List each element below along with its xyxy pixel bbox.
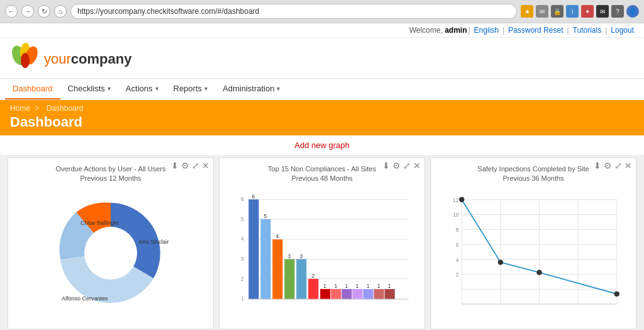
svg-point-66 bbox=[614, 292, 619, 297]
english-link[interactable]: English bbox=[474, 26, 499, 35]
line-expand-icon[interactable]: ⤢ bbox=[614, 161, 622, 171]
ext-icon-3[interactable]: 🔒 bbox=[551, 5, 564, 18]
sep1: | bbox=[468, 26, 470, 35]
home-button[interactable]: ⌂ bbox=[54, 5, 67, 18]
svg-rect-25 bbox=[296, 259, 306, 299]
nav-actions[interactable]: Actions ▾ bbox=[118, 79, 166, 100]
nav-checklists[interactable]: Checklists ▾ bbox=[60, 79, 118, 100]
svg-point-65 bbox=[537, 270, 542, 275]
svg-text:8: 8 bbox=[456, 227, 459, 233]
refresh-button[interactable]: ↻ bbox=[38, 5, 50, 18]
line-chart: 12 10 8 6 4 2 bbox=[431, 184, 636, 329]
ext-icon-2[interactable]: ✉ bbox=[536, 5, 548, 18]
sep3: | bbox=[567, 26, 569, 35]
svg-text:4: 4 bbox=[241, 236, 244, 242]
donut-toolbar: ⬇ ⚙ ⤢ ✕ bbox=[171, 161, 209, 171]
password-reset-link[interactable]: Password Reset bbox=[508, 26, 563, 35]
line-svg: 12 10 8 6 4 2 bbox=[441, 190, 626, 322]
address-bar[interactable]: https://yourcompany.checkitsoftware.com/… bbox=[70, 4, 517, 19]
svg-text:10: 10 bbox=[453, 212, 459, 218]
svg-text:3: 3 bbox=[241, 256, 244, 262]
charts-container: ⬇ ⚙ ⤢ ✕ Overdue Actions by User - All Us… bbox=[0, 155, 644, 330]
actions-arrow: ▾ bbox=[155, 85, 158, 92]
logo-company: company bbox=[71, 51, 132, 67]
nav-dashboard[interactable]: Dashboard bbox=[5, 79, 60, 100]
line-download-icon[interactable]: ⬇ bbox=[594, 161, 601, 171]
svg-text:5: 5 bbox=[264, 213, 267, 219]
svg-text:2: 2 bbox=[241, 275, 244, 282]
nav-administration[interactable]: Administration ▾ bbox=[215, 79, 287, 100]
add-graph-button[interactable]: Add new graph bbox=[294, 140, 349, 150]
line-settings-icon[interactable]: ⚙ bbox=[604, 161, 612, 171]
donut-expand-icon[interactable]: ⤢ bbox=[192, 161, 199, 171]
page-content: Welcome, admin | English | Password Rese… bbox=[0, 23, 644, 330]
forward-button[interactable]: → bbox=[21, 5, 34, 18]
line-toolbar: ⬇ ⚙ ⤢ ✕ bbox=[594, 161, 632, 171]
logo-area: yourcompany bbox=[0, 38, 644, 78]
svg-text:1: 1 bbox=[334, 283, 337, 289]
welcome-text: Welcome, bbox=[409, 26, 443, 35]
bar-close-icon[interactable]: ✕ bbox=[413, 161, 421, 171]
bar-settings-icon[interactable]: ⚙ bbox=[392, 161, 401, 171]
tutorials-link[interactable]: Tutorials bbox=[573, 26, 602, 35]
add-graph-bar: Add new graph bbox=[0, 135, 644, 155]
svg-text:6: 6 bbox=[456, 242, 459, 248]
svg-text:6: 6 bbox=[241, 196, 244, 202]
bar-chart-panel: ⬇ ⚙ ⤢ ✕ Top 15 Non Compliances - All Sit… bbox=[219, 157, 425, 329]
svg-text:1: 1 bbox=[241, 295, 244, 302]
bar-expand-icon[interactable]: ⤢ bbox=[403, 161, 411, 171]
svg-rect-41 bbox=[385, 289, 395, 299]
back-button[interactable]: ← bbox=[5, 5, 18, 18]
sep4: | bbox=[605, 26, 607, 35]
svg-point-3 bbox=[21, 53, 30, 68]
svg-rect-21 bbox=[272, 239, 282, 299]
donut-svg: Kris Sinclair Chloe Ballinger Alfonso Ce… bbox=[42, 190, 180, 316]
user-avatar[interactable]: 👤 bbox=[626, 5, 639, 18]
chloe-label: Chloe Ballinger bbox=[80, 220, 119, 226]
alfonso-label: Alfonso Cervantes bbox=[62, 295, 108, 302]
svg-text:4: 4 bbox=[275, 233, 279, 239]
ext-icon-1[interactable]: ★ bbox=[521, 5, 533, 18]
svg-rect-39 bbox=[374, 289, 384, 299]
logo-flame-icon bbox=[10, 43, 40, 76]
svg-rect-19 bbox=[260, 219, 270, 299]
svg-text:3: 3 bbox=[287, 253, 291, 259]
donut-close-icon[interactable]: ✕ bbox=[202, 161, 209, 171]
logo-your: your bbox=[44, 51, 71, 67]
bar-svg: 6 5 4 3 2 1 6 5 4 bbox=[230, 190, 414, 316]
page-title: Dashboard bbox=[10, 113, 634, 135]
svg-text:1: 1 bbox=[367, 283, 370, 289]
nav-reports[interactable]: Reports ▾ bbox=[166, 79, 216, 100]
svg-rect-37 bbox=[363, 289, 373, 299]
browser-extension-icons: ★ ✉ 🔒 i ✦ ✉ ? 👤 bbox=[521, 5, 639, 18]
breadcrumb-separator: > bbox=[35, 104, 39, 113]
donut-settings-icon[interactable]: ⚙ bbox=[181, 161, 189, 171]
svg-rect-35 bbox=[352, 289, 362, 299]
nav-bar: Dashboard Checklists ▾ Actions ▾ Reports… bbox=[0, 78, 644, 100]
ext-icon-7[interactable]: ? bbox=[611, 5, 624, 18]
logo-container: yourcompany bbox=[10, 43, 634, 76]
bar-toolbar: ⬇ ⚙ ⤢ ✕ bbox=[382, 161, 421, 171]
sep2: | bbox=[502, 26, 504, 35]
bar-download-icon[interactable]: ⬇ bbox=[382, 161, 390, 171]
top-bar: Welcome, admin | English | Password Rese… bbox=[0, 23, 644, 38]
line-close-icon[interactable]: ✕ bbox=[625, 161, 632, 171]
ext-icon-4[interactable]: i bbox=[566, 5, 579, 18]
admin-arrow: ▾ bbox=[277, 85, 280, 92]
breadcrumb-current: Dashboard bbox=[47, 104, 84, 113]
breadcrumb-home[interactable]: Home bbox=[10, 104, 30, 113]
svg-point-64 bbox=[498, 259, 503, 265]
url-text: https://yourcompany.checkitsoftware.com/… bbox=[77, 7, 259, 16]
logout-link[interactable]: Logout bbox=[611, 26, 634, 35]
ext-icon-5[interactable]: ✦ bbox=[581, 5, 594, 18]
breadcrumb-section: Home > Dashboard Dashboard bbox=[0, 100, 644, 135]
donut-chart: Kris Sinclair Chloe Ballinger Alfonso Ce… bbox=[8, 184, 213, 322]
browser-chrome: ← → ↻ ⌂ https://yourcompany.checkitsoftw… bbox=[0, 0, 644, 23]
ext-icon-6[interactable]: ✉ bbox=[596, 5, 609, 18]
donut-download-icon[interactable]: ⬇ bbox=[171, 161, 179, 171]
svg-point-63 bbox=[459, 197, 464, 202]
line-chart-panel: ⬇ ⚙ ⤢ ✕ Safety Inpections Completed by S… bbox=[430, 157, 636, 329]
checklists-arrow: ▾ bbox=[108, 85, 111, 92]
reports-arrow: ▾ bbox=[204, 85, 208, 92]
svg-text:1: 1 bbox=[356, 283, 359, 289]
